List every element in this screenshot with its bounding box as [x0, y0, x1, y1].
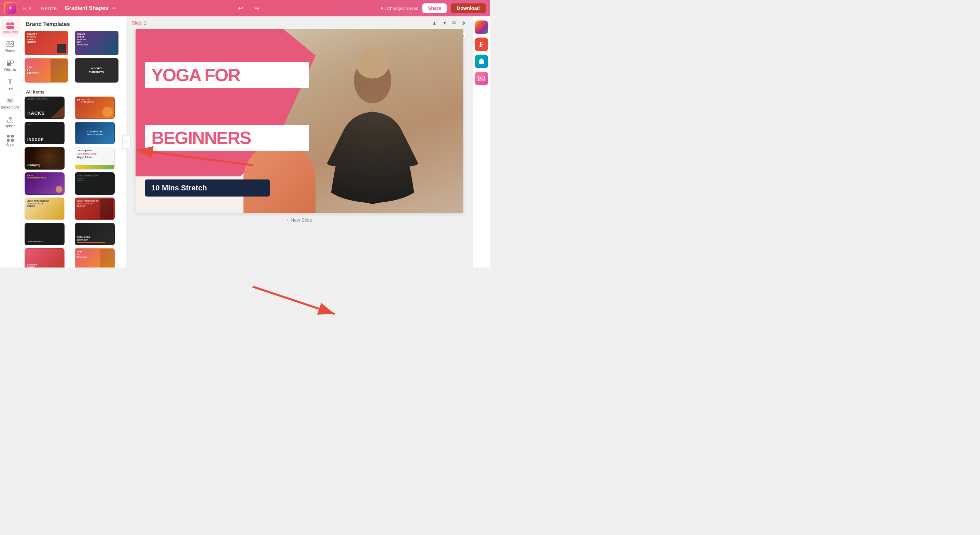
yoga-line2: BEGINNERS: [151, 129, 303, 147]
yoga-subtitle: 10 Mins Stretch: [151, 184, 264, 192]
templates-label: Templates: [2, 30, 18, 35]
svg-rect-0: [6, 22, 10, 25]
sidebar-item-photos[interactable]: Photos: [1, 38, 19, 56]
nav-center: ↩ ↪: [121, 3, 376, 13]
canvas-toolbar: Slide 1 ▲ ▼ ⧉ ⊕: [126, 16, 472, 29]
top-navbar: ✦ File Resize Gradient Shapes ✏ ↩ ↪ All …: [0, 0, 490, 16]
yoga-title-box-2[interactable]: BEGINNERS: [145, 125, 309, 151]
new-slide-button[interactable]: + New Slide: [282, 213, 316, 227]
template-item-skincare[interactable]: Skincareroutine: [25, 248, 65, 268]
yoga-line1: YOGA FOR: [151, 66, 303, 84]
yoga-subtitle-box[interactable]: 10 Mins Stretch: [145, 179, 270, 197]
templates-icon: [6, 22, 15, 29]
slide-nav-icons: ▲ ▼ ⧉ ⊕: [431, 19, 467, 26]
image-library-button[interactable]: [475, 71, 488, 85]
resize-menu[interactable]: Resize: [38, 4, 59, 13]
template-item-yellow[interactable]: LOREM IPSUM DOLOR SITCONSECTETUR ADIEIUS…: [25, 198, 65, 220]
all-items-label: All Items: [21, 87, 126, 97]
template-item-yoga2[interactable]: YogaforBeginners: [75, 248, 115, 268]
objects-label: Objects: [5, 68, 16, 72]
svg-rect-9: [7, 139, 10, 141]
sidebar-item-background[interactable]: BG Background: [1, 94, 19, 112]
svg-rect-13: [478, 76, 485, 81]
panel-collapse-button[interactable]: ‹: [122, 135, 130, 149]
canvas-scroll[interactable]: YOGA FOR BEGINNERS 10 Mins Stretch + New…: [126, 29, 472, 268]
panel-title: Brand Templates: [21, 16, 126, 31]
brand-template-2[interactable]: CREATEGREATDESIGNSWITHPICMAKER: [75, 31, 118, 55]
main-layout: Templates Photos Objects: [0, 16, 490, 268]
app-logo[interactable]: ✦: [4, 2, 16, 14]
nav-right: All Changes Saved Share Download: [381, 3, 486, 13]
logo-icon: ✦: [5, 3, 16, 14]
undo-button[interactable]: ↩: [236, 3, 245, 13]
brand-templates-grid: CREATE ASTRONGBRANDIDENTITY CREATEGREATD…: [21, 31, 126, 87]
duplicate-slide-button[interactable]: ⧉: [451, 19, 457, 26]
slide-down-button[interactable]: ▼: [441, 19, 448, 26]
font-tool-button[interactable]: F: [475, 38, 488, 51]
slide-label: Slide 1: [132, 20, 146, 25]
canvas-area: Slide 1 ▲ ▼ ⧉ ⊕ 🔍 71%: [126, 16, 472, 268]
template-item-indoor[interactable]: INDOOR Hobbies: [25, 122, 65, 144]
svg-rect-10: [11, 139, 14, 141]
slide-wrapper: YOGA FOR BEGINNERS 10 Mins Stretch: [135, 29, 463, 213]
apps-icon: [6, 135, 15, 142]
document-title[interactable]: Gradient Shapes: [65, 5, 108, 11]
svg-rect-3: [7, 41, 14, 46]
template-item-lorem-blue[interactable]: LOREM IPSUMFACILISI MORBI: [75, 122, 115, 144]
photos-label: Photos: [5, 49, 15, 53]
template-item-red-dark[interactable]: LOREM IPSUM DOLOR SITCONSECTETUR ADIEIUS…: [75, 198, 115, 220]
template-item-camping[interactable]: Camping: [25, 147, 65, 170]
template-item-workout[interactable]: TOTAL COREWORKOUT: [75, 223, 115, 245]
text-label: Text: [7, 87, 13, 91]
sidebar-item-objects[interactable]: Objects: [1, 57, 19, 75]
icon-sidebar: Templates Photos Objects: [0, 16, 21, 268]
apps-label: Apps: [6, 143, 14, 147]
file-menu[interactable]: File: [21, 4, 34, 13]
slide-content[interactable]: YOGA FOR BEGINNERS 10 Mins Stretch: [135, 29, 463, 213]
upload-label: Upload: [5, 124, 16, 128]
background-icon: BG: [6, 97, 15, 105]
right-sidebar: F: [472, 16, 490, 268]
sidebar-item-text[interactable]: T Text: [1, 75, 19, 94]
brand-template-1[interactable]: CREATE ASTRONGBRANDIDENTITY: [25, 31, 68, 55]
objects-icon: [6, 59, 15, 67]
background-label: Background: [1, 105, 19, 110]
svg-rect-8: [11, 135, 14, 138]
paint-tool-button[interactable]: [475, 55, 488, 68]
sidebar-item-apps[interactable]: Apps: [1, 132, 19, 150]
templates-panel: Brand Templates CREATE ASTRONGBRANDIDENT…: [21, 16, 126, 268]
download-button[interactable]: Download: [451, 3, 486, 13]
svg-rect-7: [7, 135, 10, 138]
sidebar-item-upload[interactable]: Upload: [1, 113, 19, 131]
text-icon: T: [6, 78, 15, 86]
orange-shape: [243, 143, 315, 213]
svg-point-6: [10, 60, 14, 64]
brand-template-yoga[interactable]: YogaforBeginners: [25, 58, 68, 83]
template-item-lorem-yellow[interactable]: Lorem ipsumConsectetur AdipiMagna Aliqua: [75, 147, 115, 170]
svg-point-11: [354, 58, 391, 103]
slide-up-button[interactable]: ▲: [431, 19, 438, 26]
redo-button[interactable]: ↪: [252, 3, 261, 13]
template-item-diy[interactable]: 15 SIMPLE DIYTHANKSGIVING: [75, 97, 115, 119]
edit-title-icon[interactable]: ✏: [112, 5, 116, 11]
svg-rect-5: [7, 63, 11, 66]
svg-rect-1: [10, 22, 14, 25]
template-item-hacks[interactable]: LOWEST THANKSGIVING HACKS: [25, 97, 65, 119]
save-status: All Changes Saved: [381, 6, 418, 11]
template-item-lorem-dark[interactable]: LOREM IPSUM DOLOR SIT Consecteturadipisc…: [75, 172, 115, 195]
yoga-title-box-1[interactable]: YOGA FOR: [145, 62, 309, 88]
share-button[interactable]: Share: [422, 3, 447, 13]
template-item-food[interactable]: Lorem ipsum dolor sit: [25, 223, 65, 245]
gradient-tool-button[interactable]: [475, 21, 488, 34]
svg-point-4: [8, 42, 10, 44]
brand-template-woody[interactable]: WOODYPURSUITS: [75, 58, 118, 83]
sidebar-item-templates[interactable]: Templates: [1, 19, 19, 37]
svg-point-12: [356, 49, 389, 78]
all-templates-grid: LOWEST THANKSGIVING HACKS 15 SIMPLE DIYT…: [21, 97, 126, 268]
upload-icon: [6, 116, 15, 123]
photos-icon: [6, 41, 15, 48]
svg-rect-2: [6, 26, 14, 29]
template-item-top10[interactable]: TOP 10RETROMIXED TRACKS: [25, 172, 65, 195]
expand-slide-button[interactable]: ⊕: [460, 19, 467, 26]
